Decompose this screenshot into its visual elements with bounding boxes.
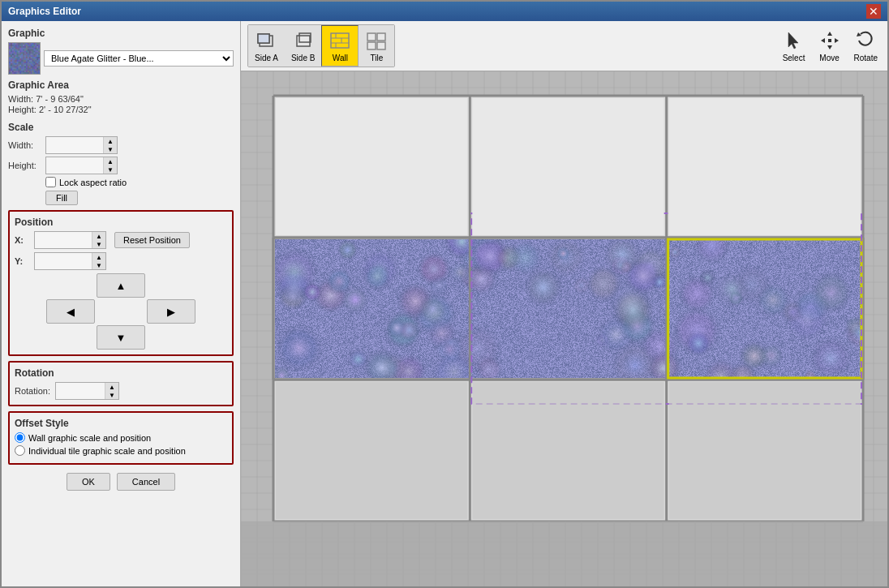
close-button[interactable]: ✕ [866,4,881,19]
lock-aspect-checkbox[interactable] [45,177,56,187]
scale-width-row: Width: 6' ▲ ▼ [8,136,234,154]
scale-section: Scale Width: 6' ▲ ▼ Height: 3' - 10" [8,122,234,205]
reset-position-button[interactable]: Reset Position [114,232,190,248]
svg-rect-12 [377,33,385,41]
rotation-row: Rotation: 0° ▲ ▼ [15,382,227,400]
scale-height-label: Height: [8,161,41,170]
scale-height-down[interactable]: ▼ [104,165,117,174]
svg-rect-13 [367,42,376,49]
arrow-empty-tl [46,273,95,298]
svg-rect-5 [331,33,349,48]
lock-aspect-row: Lock aspect ratio [45,177,234,187]
offset-option2-row: Individual tile graphic scale and positi… [15,445,227,456]
graphic-width-value: 7' - 9 63/64" [36,94,84,104]
graphic-section: Graphic Blue Agate Glitter - Blue... [8,28,234,75]
rotation-arrows: ▲ ▼ [105,383,118,399]
view-tool-group: Side A Side B [247,24,395,67]
rotation-field[interactable]: 0° [56,385,105,397]
select-tool[interactable]: Select [779,26,809,66]
position-y-input: 2' - 6 17/64" ▲ ▼ [34,252,106,270]
cancel-button[interactable]: Cancel [117,473,175,491]
svg-marker-18 [821,38,825,43]
right-tool-group: Select Move [779,26,881,66]
position-x-label: X: [15,235,29,245]
svg-marker-16 [827,32,832,36]
scale-width-label: Width: [8,140,41,150]
position-y-field[interactable]: 2' - 6 17/64" [35,255,92,267]
offset-style-section: Offset Style Wall graphic scale and posi… [8,411,234,465]
fill-button[interactable]: Fill [45,191,78,205]
side-a-icon [255,29,277,52]
position-x-up[interactable]: ▲ [92,232,105,240]
move-label: Move [819,54,839,62]
scale-width-arrows: ▲ ▼ [103,137,117,153]
arrow-empty-bl [46,325,95,350]
scale-width-up[interactable]: ▲ [104,137,117,145]
main-content: Graphic Blue Agate Glitter - Blue... Gra… [2,21,887,586]
wall-icon [329,29,351,52]
side-b-button[interactable]: Side B [285,25,321,67]
rotation-label: Rotation: [15,386,50,396]
wall-label: Wall [333,54,348,62]
scale-height-up[interactable]: ▲ [104,157,117,165]
svg-marker-15 [788,32,798,49]
offset-style-title: Offset Style [15,418,227,429]
position-y-down[interactable]: ▼ [92,261,105,269]
rotation-title: Rotation [15,367,227,379]
graphic-height-label: Height: [8,105,37,114]
side-a-label: Side A [255,54,278,62]
window-title: Graphics Editor [8,6,81,17]
graphic-width-row: Width: 7' - 9 63/64" [8,94,234,104]
rotation-input: 0° ▲ ▼ [55,382,119,400]
select-label: Select [783,54,805,62]
scale-height-field[interactable]: 3' - 10" [46,160,103,171]
ok-button[interactable]: OK [67,473,110,491]
graphics-editor-window: Graphics Editor ✕ Graphic Blue Agate Gli… [0,0,889,588]
left-panel: Graphic Blue Agate Glitter - Blue... Gra… [2,21,241,586]
preview-canvas[interactable] [241,71,887,586]
graphic-thumbnail [8,42,41,75]
rotate-tool[interactable]: Rotate [851,26,881,66]
position-x-field[interactable]: 1' - 11" [35,234,92,246]
side-a-button[interactable]: Side A [248,25,285,67]
position-y-up[interactable]: ▲ [92,253,105,261]
graphic-area-title: Graphic Area [8,79,234,91]
tile-button[interactable]: Tile [359,25,394,67]
offset-option2-radio[interactable] [15,445,25,456]
rotation-down[interactable]: ▼ [105,391,118,399]
arrow-empty-br [147,325,195,350]
move-up-button[interactable]: ▲ [97,273,145,298]
scale-title: Scale [8,122,234,133]
title-bar: Graphics Editor ✕ [2,2,887,21]
move-left-button[interactable]: ◀ [46,299,95,324]
right-panel: Side A Side B [241,21,887,586]
graphic-height-value: 2' - 10 27/32" [39,105,92,114]
position-y-row: Y: 2' - 6 17/64" ▲ ▼ [15,252,227,270]
tile-icon [365,29,388,52]
position-x-row: X: 1' - 11" ▲ ▼ Reset Position [15,231,227,249]
graphic-height-row: Height: 2' - 10 27/32" [8,105,234,114]
scale-width-down[interactable]: ▼ [104,145,117,153]
svg-rect-20 [828,39,831,42]
canvas-area[interactable] [241,71,887,586]
svg-rect-11 [367,33,376,41]
svg-marker-17 [827,45,832,49]
move-down-button[interactable]: ▼ [97,325,145,350]
position-x-input: 1' - 11" ▲ ▼ [34,231,106,249]
scale-width-field[interactable]: 6' [46,139,103,151]
offset-option1-row: Wall graphic scale and position [15,432,227,443]
scale-height-arrows: ▲ ▼ [103,157,117,174]
graphic-dropdown[interactable]: Blue Agate Glitter - Blue... [44,50,234,67]
position-x-down[interactable]: ▼ [92,240,105,248]
move-tool[interactable]: Move [815,26,844,66]
wall-button[interactable]: Wall [321,25,359,67]
move-right-button[interactable]: ▶ [147,299,195,324]
side-b-icon [292,29,315,52]
offset-option1-radio[interactable] [15,432,25,443]
scale-height-input: 3' - 10" ▲ ▼ [45,157,118,174]
svg-rect-14 [377,42,385,49]
lock-aspect-label: Lock aspect ratio [59,178,127,187]
position-title: Position [15,217,227,228]
position-y-arrows: ▲ ▼ [92,253,105,269]
rotation-up[interactable]: ▲ [105,383,118,391]
